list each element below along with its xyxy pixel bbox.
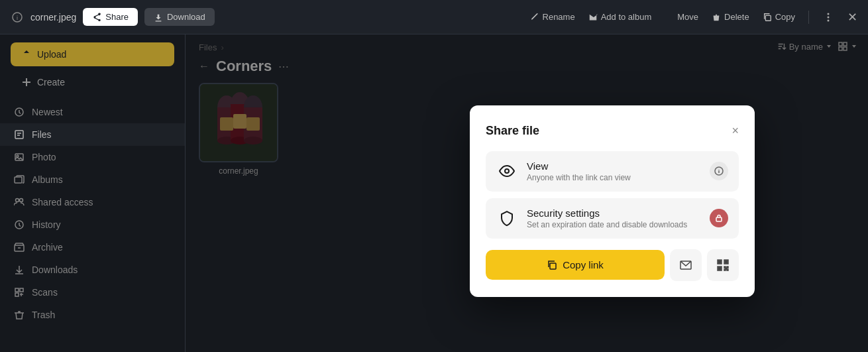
svg-rect-45 — [718, 267, 721, 270]
sidebar-item-downloads[interactable]: Downloads — [0, 259, 185, 281]
modal-close-button[interactable]: × — [732, 125, 739, 137]
add-to-album-button[interactable]: Add to album — [588, 12, 652, 22]
sidebar-item-files[interactable]: Files — [0, 123, 185, 146]
svg-point-5 — [828, 19, 830, 21]
download-button[interactable]: Download — [144, 8, 215, 26]
more-button[interactable] — [822, 11, 834, 23]
sidebar-item-archive[interactable]: Archive — [0, 236, 185, 259]
sidebar-item-scans[interactable]: Scans — [0, 281, 185, 304]
copy-link-button[interactable]: Copy link — [486, 250, 665, 280]
sidebar-item-trash[interactable]: Trash — [0, 304, 185, 326]
delete-button[interactable]: Delete — [712, 12, 749, 22]
topbar-left: i corner.jpeg Share Download — [11, 8, 522, 26]
downloads-icon — [13, 264, 25, 276]
close-button[interactable]: ✕ — [847, 10, 857, 25]
view-icon — [496, 160, 517, 182]
files-icon — [13, 129, 25, 141]
clock-icon — [13, 106, 25, 118]
svg-rect-10 — [15, 177, 22, 183]
svg-point-35 — [505, 169, 509, 173]
share-modal: Share file × View Anyone with the link c… — [470, 105, 755, 297]
modal-title: Share file — [486, 124, 539, 138]
security-lock-badge[interactable] — [710, 209, 728, 227]
svg-rect-7 — [15, 131, 23, 139]
svg-rect-17 — [15, 293, 19, 296]
filename: corner.jpeg — [30, 12, 76, 23]
topbar-right: Rename Add to album Move Delete Copy ✕ — [530, 10, 857, 25]
sidebar-item-photo[interactable]: Photo — [0, 146, 185, 168]
view-option-title: View — [527, 160, 700, 172]
layout: Upload Create Newest Files Photo — [0, 34, 868, 352]
sidebar-item-shared-access[interactable]: Shared access — [0, 191, 185, 213]
view-option-content: View Anyone with the link can view — [527, 160, 700, 182]
sidebar: Upload Create Newest Files Photo — [0, 34, 186, 352]
svg-rect-50 — [726, 268, 727, 269]
copy-button[interactable]: Copy — [763, 12, 795, 22]
security-option-desc: Set an expiration date and disable downl… — [527, 220, 700, 229]
svg-text:i: i — [17, 15, 18, 21]
archive-icon — [13, 241, 25, 253]
svg-rect-16 — [20, 288, 23, 292]
history-icon — [13, 219, 25, 231]
share-option-view[interactable]: View Anyone with the link can view — [486, 151, 739, 192]
security-icon — [496, 207, 517, 229]
svg-point-11 — [16, 199, 19, 202]
rename-button[interactable]: Rename — [530, 12, 575, 22]
svg-rect-41 — [718, 261, 721, 263]
sidebar-item-history[interactable]: History — [0, 213, 185, 236]
svg-rect-37 — [716, 217, 722, 221]
share-button[interactable]: Share — [83, 8, 138, 26]
upload-button[interactable]: Upload — [11, 42, 174, 66]
modal-bottom-actions: Copy link — [486, 249, 739, 281]
sidebar-item-newest[interactable]: Newest — [0, 101, 185, 123]
view-info-badge[interactable] — [710, 162, 728, 180]
modal-header: Share file × — [486, 124, 739, 138]
topbar-divider — [808, 11, 809, 24]
shared-access-icon — [13, 196, 25, 208]
albums-icon — [13, 174, 25, 186]
trash-icon — [13, 309, 25, 321]
svg-rect-38 — [550, 263, 556, 269]
svg-point-3 — [828, 13, 830, 15]
main-content: By name Files › ← Corners ⋯ — [186, 34, 868, 352]
create-button[interactable]: Create — [11, 72, 174, 93]
sidebar-item-albums[interactable]: Albums — [0, 168, 185, 191]
share-option-security[interactable]: Security settings Set an expiration date… — [486, 198, 739, 239]
svg-point-12 — [20, 199, 23, 202]
qr-code-button[interactable] — [707, 249, 739, 281]
info-icon: i — [11, 11, 24, 24]
scans-icon — [13, 286, 25, 298]
security-option-title: Security settings — [527, 207, 700, 219]
security-option-content: Security settings Set an expiration date… — [527, 207, 700, 229]
move-button[interactable]: Move — [665, 12, 698, 22]
photo-icon — [13, 151, 25, 163]
email-share-button[interactable] — [670, 249, 702, 281]
svg-rect-43 — [725, 261, 728, 263]
topbar: i corner.jpeg Share Download Rename Add … — [0, 0, 868, 34]
view-option-desc: Anyone with the link can view — [527, 173, 700, 182]
svg-rect-2 — [765, 15, 771, 21]
svg-rect-15 — [15, 288, 19, 292]
svg-point-4 — [828, 16, 830, 18]
